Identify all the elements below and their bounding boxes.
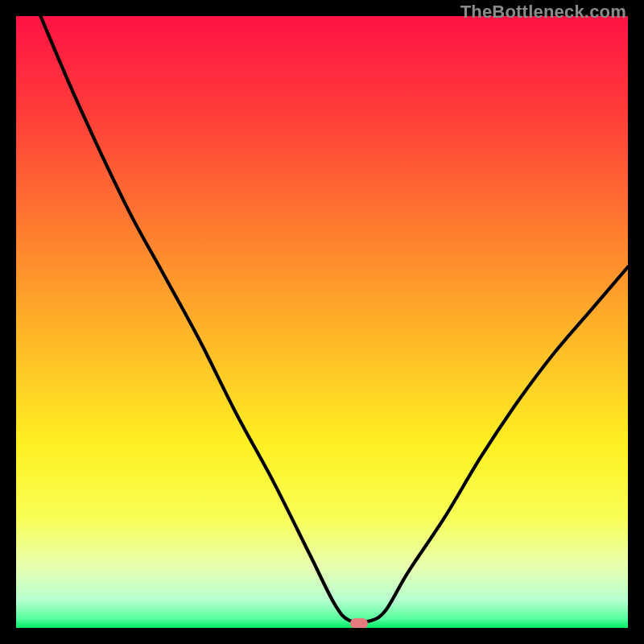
curve-layer [16,16,628,628]
watermark-text: TheBottleneck.com [460,2,626,23]
optimum-marker [350,618,368,628]
bottleneck-curve [40,16,628,622]
chart-frame: TheBottleneck.com [0,0,644,644]
plot-area [16,16,628,628]
